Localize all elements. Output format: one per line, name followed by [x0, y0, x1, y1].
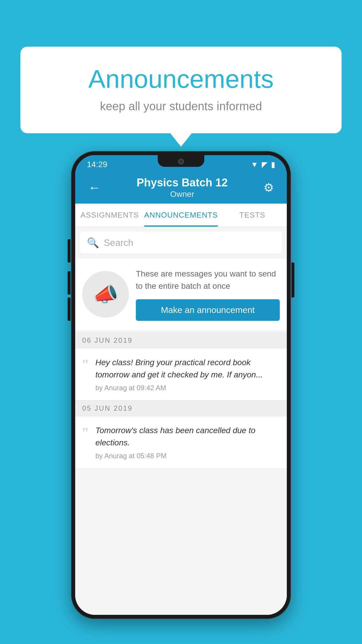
phone-inner: 14:29 ▼ ◤ ▮ ← Physics Batch 12 Owner ⚙: [75, 155, 287, 615]
settings-button[interactable]: ⚙: [261, 178, 276, 197]
tab-tests[interactable]: TESTS: [218, 204, 287, 227]
date-separator-2: 05 JUN 2019: [75, 400, 287, 416]
quote-icon-1: ": [82, 358, 88, 373]
tabs-container: ASSIGNMENTS ANNOUNCEMENTS TESTS: [75, 204, 287, 227]
announcement-text-2: Tomorrow's class has been cancelled due …: [95, 424, 280, 449]
announcement-meta-1: by Anurag at 09:42 AM: [95, 384, 280, 392]
megaphone-icon: 📣: [93, 282, 118, 306]
search-icon: 🔍: [87, 237, 99, 249]
date-separator-1: 06 JUN 2019: [75, 332, 287, 348]
promo-section: 📣 These are messages you want to send to…: [75, 258, 287, 330]
bubble-title: Announcements: [44, 64, 318, 94]
bubble-subtitle: keep all your students informed: [44, 100, 318, 113]
app-bar-title: Physics Batch 12: [103, 176, 261, 189]
announcement-content-2: Tomorrow's class has been cancelled due …: [95, 424, 280, 460]
wifi-icon: ▼: [251, 160, 258, 169]
app-bar-subtitle: Owner: [103, 190, 261, 199]
announcement-text-1: Hey class! Bring your practical record b…: [95, 356, 280, 381]
make-announcement-button[interactable]: Make an announcement: [136, 299, 280, 321]
announcement-content-1: Hey class! Bring your practical record b…: [95, 356, 280, 392]
promo-right: These are messages you want to send to t…: [136, 268, 280, 321]
quote-icon-2: ": [82, 426, 88, 441]
phone-notch: [158, 155, 204, 167]
promo-icon-circle: 📣: [82, 271, 129, 318]
announcement-item-2[interactable]: " Tomorrow's class has been cancelled du…: [75, 416, 287, 468]
search-placeholder: Search: [104, 237, 133, 248]
app-bar: ← Physics Batch 12 Owner ⚙: [75, 172, 287, 204]
phone-mockup: 14:29 ▼ ◤ ▮ ← Physics Batch 12 Owner ⚙: [72, 152, 290, 618]
speech-bubble-container: Announcements keep all your students inf…: [20, 47, 342, 133]
notch-camera: [178, 159, 184, 164]
status-icons: ▼ ◤ ▮: [251, 160, 275, 169]
tab-announcements[interactable]: ANNOUNCEMENTS: [144, 204, 218, 227]
promo-text: These are messages you want to send to t…: [136, 268, 280, 292]
phone-screen: 14:29 ▼ ◤ ▮ ← Physics Batch 12 Owner ⚙: [75, 155, 287, 615]
battery-icon: ▮: [271, 160, 275, 169]
tab-assignments[interactable]: ASSIGNMENTS: [75, 204, 144, 227]
back-button[interactable]: ←: [86, 178, 103, 197]
announcement-item-1[interactable]: " Hey class! Bring your practical record…: [75, 348, 287, 400]
signal-icon: ◤: [262, 160, 268, 169]
status-time: 14:29: [87, 160, 107, 169]
speech-bubble: Announcements keep all your students inf…: [20, 47, 342, 133]
announcement-meta-2: by Anurag at 05:48 PM: [95, 452, 280, 460]
scrollable-content: 🔍 Search 📣 These are messages you want t…: [75, 227, 287, 615]
phone-outer: 14:29 ▼ ◤ ▮ ← Physics Batch 12 Owner ⚙: [72, 152, 290, 618]
search-bar[interactable]: 🔍 Search: [80, 232, 282, 254]
app-bar-center: Physics Batch 12 Owner: [103, 176, 261, 199]
